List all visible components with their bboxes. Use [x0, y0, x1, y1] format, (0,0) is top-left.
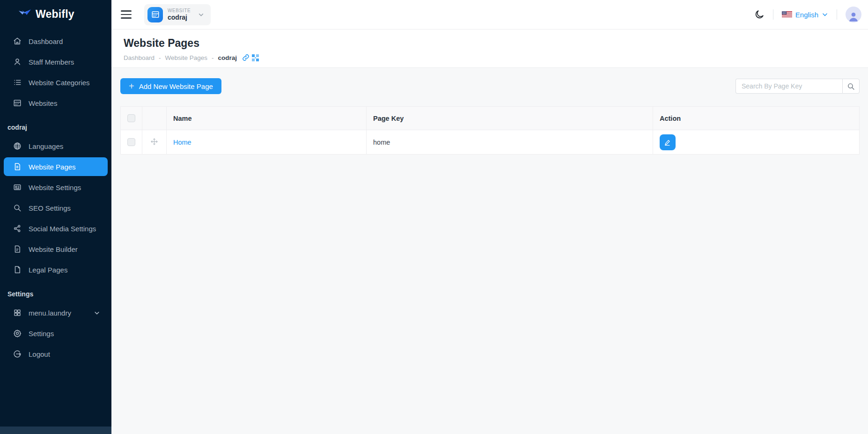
- dark-mode-toggle[interactable]: [754, 9, 765, 20]
- column-header-page-key: Page Key: [367, 107, 653, 130]
- sidebar-item-label: Legal Pages: [29, 266, 67, 274]
- app-root: Webifly Dashboard Staff Members Website …: [0, 0, 868, 434]
- sidebar-item-label: Settings: [29, 330, 54, 338]
- globe-icon: [13, 142, 22, 150]
- sidebar-item-websites[interactable]: Websites: [4, 94, 108, 112]
- sidebar-item-menu-laundry[interactable]: menu.laundry: [4, 303, 108, 322]
- add-new-website-page-button[interactable]: + Add New Website Page: [120, 78, 221, 94]
- user-avatar[interactable]: [846, 7, 861, 22]
- search-icon: [847, 82, 855, 90]
- sidebar-item-legal-pages[interactable]: Legal Pages: [4, 260, 108, 279]
- sidebar-item-website-settings[interactable]: Website Settings: [4, 178, 108, 197]
- sidebar-item-label: Website Settings: [29, 184, 81, 191]
- edit-page-button[interactable]: [660, 134, 676, 150]
- gear-icon: [13, 329, 22, 338]
- sidebar-item-dashboard[interactable]: Dashboard: [4, 32, 108, 51]
- blank-page-icon: [13, 265, 22, 274]
- breadcrumb-separator: -: [212, 54, 214, 61]
- breadcrumb: Dashboard - Website Pages - codraj: [124, 54, 856, 61]
- language-selector[interactable]: English: [782, 11, 828, 19]
- page-icon: [13, 162, 22, 171]
- website-selector-value: codraj: [168, 14, 191, 21]
- sidebar: Webifly Dashboard Staff Members Website …: [0, 0, 111, 434]
- search-button[interactable]: [842, 79, 860, 94]
- logout-icon: [13, 350, 22, 358]
- table-header-row: Name Page Key Action: [121, 107, 860, 130]
- main-area: WEBSITE codraj English: [111, 0, 868, 434]
- sidebar-item-label: Dashboard: [29, 37, 63, 45]
- sidebar-item-logout[interactable]: Logout: [4, 345, 108, 363]
- sidebar-item-website-builder[interactable]: Website Builder: [4, 240, 108, 258]
- sidebar-item-social-media-settings[interactable]: Social Media Settings: [4, 219, 108, 238]
- page-name-link[interactable]: Home: [173, 139, 191, 146]
- sidebar-item-settings[interactable]: Settings: [4, 324, 108, 343]
- sidebar-item-label: Social Media Settings: [29, 225, 96, 233]
- page-head: Website Pages Dashboard - Website Pages …: [111, 29, 868, 68]
- topbar-right: English: [754, 7, 861, 22]
- id-card-icon: [13, 183, 22, 191]
- link-icon[interactable]: [242, 54, 250, 61]
- sidebar-item-staff-members[interactable]: Staff Members: [4, 52, 108, 71]
- sidebar-item-website-pages[interactable]: Website Pages: [4, 157, 108, 176]
- home-icon: [13, 37, 22, 45]
- toolbar: + Add New Website Page: [120, 78, 860, 94]
- chevron-down-icon: [822, 11, 828, 18]
- pencil-icon: [664, 139, 671, 146]
- sidebar-item-website-categories[interactable]: Website Categories: [4, 73, 108, 92]
- website-selector-text: WEBSITE codraj: [168, 8, 191, 21]
- divider: [837, 9, 837, 20]
- sidebar-nav: Dashboard Staff Members Website Categori…: [0, 32, 111, 363]
- breadcrumb-current-website: codraj: [218, 54, 237, 61]
- hamburger-menu-icon[interactable]: [121, 8, 133, 21]
- breadcrumb-dashboard[interactable]: Dashboard: [124, 54, 154, 61]
- sidebar-item-label: Website Pages: [29, 163, 76, 171]
- list-icon: [13, 78, 22, 87]
- us-flag-icon: [782, 11, 792, 18]
- chevron-down-icon: [93, 310, 101, 316]
- add-button-label: Add New Website Page: [139, 82, 213, 90]
- webifly-wings-icon: [18, 7, 32, 21]
- search-input[interactable]: [736, 79, 842, 94]
- person-icon: [847, 10, 860, 22]
- breadcrumb-separator: -: [159, 54, 161, 61]
- grid-icon: [13, 309, 22, 317]
- sidebar-item-label: Website Categories: [29, 79, 90, 87]
- row-checkbox[interactable]: [127, 138, 135, 146]
- breadcrumb-icons: [242, 54, 259, 61]
- language-label: English: [795, 11, 818, 19]
- sidebar-item-label: menu.laundry: [29, 309, 71, 317]
- user-icon: [13, 58, 22, 66]
- share-icon: [13, 224, 22, 233]
- sidebar-item-seo-settings[interactable]: SEO Settings: [4, 199, 108, 217]
- sidebar-section-workspace: codraj: [0, 114, 111, 135]
- chevron-down-icon: [198, 12, 204, 18]
- website-tile-icon: [147, 7, 163, 22]
- sidebar-item-label: Logout: [29, 350, 50, 358]
- moon-icon: [754, 9, 765, 20]
- logo[interactable]: Webifly: [0, 0, 111, 25]
- sidebar-item-label: Languages: [29, 142, 63, 150]
- sidebar-scroll-track[interactable]: [0, 427, 111, 434]
- website-pages-table: Name Page Key Action Home: [120, 106, 860, 154]
- plus-icon: +: [129, 81, 134, 91]
- sidebar-item-languages[interactable]: Languages: [4, 137, 108, 155]
- app-title: Webifly: [36, 8, 74, 21]
- sidebar-item-label: SEO Settings: [29, 204, 71, 212]
- search-icon: [13, 204, 22, 212]
- sidebar-item-label: Website Builder: [29, 245, 78, 253]
- content: + Add New Website Page Name: [111, 68, 868, 434]
- column-header-name: Name: [167, 107, 367, 130]
- breadcrumb-website-pages[interactable]: Website Pages: [165, 54, 208, 61]
- drag-column-header: [142, 107, 167, 130]
- table-row: Home home: [121, 130, 860, 154]
- qr-code-icon[interactable]: [252, 54, 259, 61]
- builder-page-icon: [13, 245, 22, 253]
- sidebar-item-label: Websites: [29, 99, 57, 107]
- website-selector[interactable]: WEBSITE codraj: [144, 4, 211, 25]
- page-title: Website Pages: [124, 37, 856, 50]
- divider: [773, 9, 773, 20]
- select-all-checkbox[interactable]: [127, 114, 135, 122]
- column-header-action: Action: [653, 107, 860, 130]
- drag-handle-icon[interactable]: [150, 138, 158, 146]
- page-key-cell: home: [367, 130, 653, 154]
